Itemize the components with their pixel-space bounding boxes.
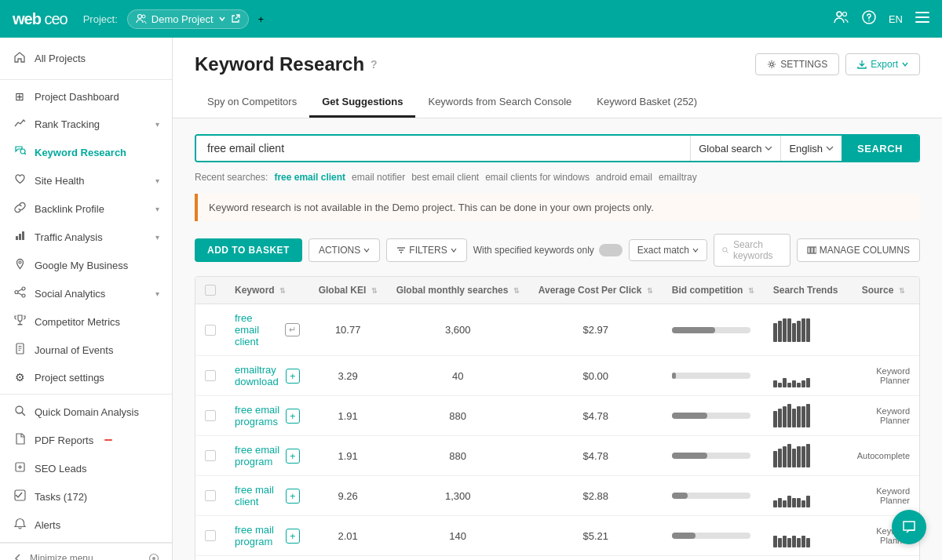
trends-cell [764,436,848,476]
chevron-down-icon [826,145,834,151]
title-help-icon[interactable]: ? [371,58,378,71]
sidebar-item-backlink-profile[interactable]: Backlink Profile ▾ [0,195,172,223]
sidebar-item-social-analytics[interactable]: Social Analytics ▾ [0,279,172,307]
add-icon[interactable]: ↵ [285,323,300,336]
tab-basket[interactable]: Keyword Basket (252) [584,88,710,118]
svg-point-15 [15,291,18,294]
add-to-basket-button[interactable]: ADD TO BASKET [195,238,302,262]
project-selector[interactable]: Demo Project [127,9,249,29]
keyword-cell: free mail client + [225,476,309,516]
cpc-column-header[interactable]: Average Cost Per Click ⇅ [529,277,663,304]
recent-search-2[interactable]: best email client [411,172,479,183]
trends-column-header[interactable]: Search Trends [764,277,848,304]
dashboard-icon: ⊞ [13,90,27,103]
tab-search-console[interactable]: Keywords from Search Console [415,88,584,118]
filters-button[interactable]: FILTERS [386,238,466,262]
bid-column-header[interactable]: Bid competition ⇅ [663,277,764,304]
tab-spy[interactable]: Spy on Competitors [195,88,309,118]
manage-columns-button[interactable]: MANAGE COLUMNS [797,238,920,262]
menu-icon[interactable] [915,12,929,26]
cpc-cell: $2.97 [529,304,663,356]
recent-search-4[interactable]: android email [596,172,652,183]
row-checkbox-cell [195,476,225,516]
filter-toggle[interactable] [599,244,623,256]
monthly-cell: 880 [387,396,529,436]
sidebar-item-traffic-analysis[interactable]: Traffic Analysis ▾ [0,223,172,251]
kei-column-header[interactable]: Global KEI ⇅ [309,277,387,304]
main-content: Keyword Research ? SETTINGS Export [173,38,942,560]
keyword-link[interactable]: free mail client [235,484,279,507]
row-checkbox[interactable] [205,410,216,421]
add-icon[interactable]: + [286,489,300,504]
keyword-column-header[interactable]: Keyword ⇅ [225,277,309,304]
settings-button[interactable]: SETTINGS [755,53,839,75]
keyword-search-input[interactable] [196,136,690,161]
sidebar-item-rank-tracking[interactable]: Rank Tracking ▾ [0,110,172,138]
sidebar-label: Alerts [35,519,60,531]
select-all-header[interactable] [195,277,225,304]
recent-search-3[interactable]: email clients for windows [485,172,590,183]
keyword-filter-input[interactable]: Search keywords [714,234,790,267]
keyword-link[interactable]: emailtray download [235,364,279,387]
scope-selector[interactable]: Global search [690,136,780,161]
chevron-down-icon [363,248,370,253]
sparkline [773,364,838,387]
add-icon[interactable]: + [286,369,300,384]
row-checkbox[interactable] [205,490,216,501]
sidebar-item-alerts[interactable]: Alerts [0,511,172,539]
export-icon [857,60,867,69]
monthly-column-header[interactable]: Global monthly searches ⇅ [387,277,529,304]
match-selector[interactable]: Exact match [629,239,707,261]
sidebar-item-seo-leads[interactable]: SEO Leads [0,454,172,482]
keyword-link[interactable]: free email program [235,444,279,467]
language-selector[interactable]: EN [889,13,903,25]
bid-fill [672,413,707,419]
sidebar-item-quick-domain[interactable]: Quick Domain Analysis [0,398,172,426]
row-checkbox[interactable] [205,325,216,336]
export-button[interactable]: Export [845,53,920,75]
sidebar-item-project-settings[interactable]: ⚙ Project settings [0,364,172,391]
search-button[interactable]: SEARCH [842,136,918,161]
chat-button[interactable] [892,510,926,544]
recent-search-0[interactable]: free email client [274,172,345,183]
sidebar-item-pdf-reports[interactable]: PDF Reports [0,426,172,454]
recent-search-1[interactable]: email notifier [352,172,405,183]
minimize-menu-button[interactable]: Minimize menu [0,543,172,560]
help-icon[interactable] [862,10,876,27]
add-icon[interactable]: + [286,529,300,544]
sidebar-item-all-projects[interactable]: All Projects [0,44,172,73]
tab-suggestions[interactable]: Get Suggestions [309,88,415,118]
sparkline [773,404,838,427]
keyword-link[interactable]: free email programs [235,404,279,427]
svg-point-0 [137,15,141,19]
add-icon[interactable]: + [286,449,300,464]
source-column-header[interactable]: Source ⇅ [847,277,919,304]
svg-line-39 [726,251,728,253]
bid-bar [672,533,750,539]
sidebar-label: Backlink Profile [35,203,104,215]
add-project-button[interactable]: + [258,13,265,25]
table-toolbar: ADD TO BASKET ACTIONS FILTERS With speci… [195,234,920,267]
sidebar-item-project-dashboard[interactable]: ⊞ Project Dashboard [0,83,172,110]
sidebar-item-site-health[interactable]: Site Health ▾ [0,166,172,195]
sidebar-label: Tasks (172) [35,491,87,503]
sidebar-item-google-my-business[interactable]: Google My Business [0,251,172,279]
keyword-link[interactable]: free email client [235,312,279,347]
select-all-checkbox[interactable] [205,285,216,296]
keyword-link[interactable]: free mail program [235,524,279,547]
users-icon[interactable] [834,9,849,28]
recent-search-5[interactable]: emailtray [659,172,697,183]
bid-cell [663,556,764,561]
row-checkbox[interactable] [205,450,216,461]
sidebar-item-keyword-research[interactable]: Keyword Research [0,138,172,166]
language-selector[interactable]: English [780,136,842,161]
row-checkbox[interactable] [205,370,216,381]
actions-button[interactable]: ACTIONS [309,238,380,262]
sidebar-item-competitor-metrics[interactable]: Competitor Metrics [0,307,172,336]
row-checkbox[interactable] [205,530,216,541]
add-icon[interactable]: + [286,409,300,424]
kei-cell: 1.71 [309,556,387,561]
all-projects-label: All Projects [35,53,86,64]
sidebar-item-tasks[interactable]: Tasks (172) [0,482,172,511]
sidebar-item-journal[interactable]: Journal of Events [0,336,172,364]
